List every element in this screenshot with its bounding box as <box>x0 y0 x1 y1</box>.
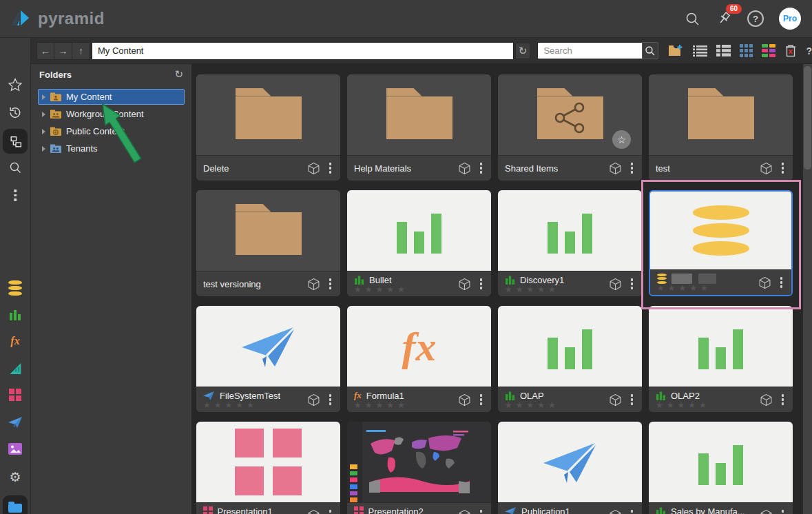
tile-menu-icon[interactable] <box>478 507 485 514</box>
tile-menu-icon[interactable] <box>478 391 485 408</box>
rail-more-icon[interactable] <box>14 189 17 201</box>
item-cube-icon[interactable] <box>458 509 471 514</box>
item-cube-icon[interactable] <box>458 162 471 175</box>
rating-stars[interactable]: ★★★★★ <box>203 402 300 409</box>
item-cube-icon[interactable] <box>458 393 471 407</box>
rating-stars[interactable]: ★★★★★ <box>354 286 451 294</box>
item-cube-icon[interactable] <box>307 278 320 291</box>
item-cube-icon[interactable] <box>307 393 320 407</box>
tile-menu-icon[interactable] <box>629 391 636 408</box>
tile-thumbnail <box>649 306 793 387</box>
breadcrumb-input[interactable] <box>92 42 514 60</box>
content-folder-rail-icon[interactable] <box>3 495 28 514</box>
formula-rail-icon[interactable]: fx <box>10 335 19 347</box>
folder-tile[interactable]: test <box>649 74 793 181</box>
expand-caret-icon[interactable] <box>42 112 45 117</box>
content-tile[interactable]: Presentation1★★★★★ <box>196 422 340 514</box>
illustration-rail-icon[interactable] <box>8 361 23 376</box>
tile-menu-icon[interactable] <box>778 274 785 291</box>
forward-button[interactable]: → <box>54 42 72 60</box>
expand-caret-icon[interactable] <box>42 146 45 152</box>
expand-caret-icon[interactable] <box>42 94 45 100</box>
tile-menu-icon[interactable] <box>327 276 334 292</box>
user-avatar[interactable]: Pro <box>779 8 801 30</box>
tree-item-my-content[interactable]: My Content <box>38 89 185 105</box>
list-view-button[interactable] <box>693 45 707 57</box>
content-tile[interactable]: Presentation2★★★★★ <box>347 422 491 514</box>
folder-tile[interactable]: Help Materials <box>347 74 491 181</box>
rating-stars[interactable]: ★★★★★ <box>354 402 451 409</box>
tree-item-tenants[interactable]: Tenants <box>38 141 185 156</box>
content-tile[interactable]: ★★★★★ <box>649 190 793 296</box>
folder-tile[interactable]: test versioning <box>196 190 340 296</box>
item-cube-icon[interactable] <box>609 509 622 514</box>
item-cube-icon[interactable] <box>458 278 471 291</box>
search-button[interactable] <box>642 42 658 59</box>
content-tile[interactable]: OLAP★★★★★ <box>498 306 642 412</box>
tree-item-public-content[interactable]: Public Content <box>38 123 185 139</box>
content-tile[interactable]: fxfxFormula1★★★★★ <box>347 306 491 412</box>
tile-menu-icon[interactable] <box>780 507 787 514</box>
folder-tile[interactable]: Delete <box>196 74 340 181</box>
tile-menu-icon[interactable] <box>478 160 485 176</box>
help-icon[interactable]: ? <box>747 10 764 27</box>
search-input[interactable] <box>537 42 642 59</box>
notifications-pin-icon[interactable]: 60 <box>716 10 732 27</box>
item-cube-icon[interactable] <box>760 162 773 175</box>
back-button[interactable]: ← <box>37 42 54 60</box>
refresh-button[interactable]: ↻ <box>515 43 531 59</box>
item-cube-icon[interactable] <box>760 393 773 407</box>
delete-button[interactable] <box>784 44 797 57</box>
image-rail-icon[interactable] <box>8 443 22 455</box>
item-cube-icon[interactable] <box>609 393 622 407</box>
item-cube-icon[interactable] <box>307 509 320 514</box>
tile-menu-icon[interactable] <box>327 160 334 176</box>
rating-stars[interactable]: ★★★★★ <box>505 402 602 409</box>
logo-text: pyramid <box>38 9 105 28</box>
publication-rail-icon[interactable] <box>8 415 23 429</box>
detail-list-view-button[interactable] <box>716 45 731 56</box>
content-tile[interactable]: FileSystemTest★★★★★ <box>196 306 340 412</box>
tile-menu-icon[interactable] <box>629 507 636 514</box>
rail-search-icon[interactable] <box>8 161 22 174</box>
history-icon[interactable] <box>8 105 23 120</box>
content-tile[interactable]: Bullet★★★★★ <box>347 190 491 296</box>
datasource-rail-icon[interactable] <box>8 280 22 296</box>
tile-menu-icon[interactable] <box>780 160 787 176</box>
new-folder-button[interactable] <box>668 44 684 57</box>
favorites-star-icon[interactable] <box>8 78 23 92</box>
admin-gear-icon[interactable]: ⚙ <box>9 469 21 484</box>
toolbar-help-button[interactable]: ? <box>806 45 812 56</box>
item-cube-icon[interactable] <box>609 162 622 175</box>
tile-menu-icon[interactable] <box>327 507 334 514</box>
content-tile[interactable]: Discovery1★★★★★ <box>498 190 642 296</box>
tile-menu-icon[interactable] <box>327 391 334 408</box>
up-button[interactable]: ↑ <box>72 42 90 60</box>
grid-view-button[interactable] <box>740 44 753 57</box>
item-cube-icon[interactable] <box>307 162 320 175</box>
item-cube-icon[interactable] <box>758 276 771 289</box>
vertical-scrollbar[interactable] <box>803 64 812 514</box>
folders-refresh-icon[interactable]: ↻ <box>174 68 183 81</box>
tile-menu-icon[interactable] <box>478 276 485 292</box>
tile-view-button[interactable] <box>762 44 775 57</box>
presentation-rail-icon[interactable] <box>9 389 21 401</box>
expand-caret-icon[interactable] <box>42 129 45 134</box>
item-cube-icon[interactable] <box>760 509 773 514</box>
scrollbar-thumb[interactable] <box>804 66 811 169</box>
rating-stars[interactable]: ★★★★★ <box>505 286 602 294</box>
folder-tile[interactable]: ☆Shared Items <box>498 74 642 181</box>
content-tree-icon[interactable] <box>3 129 28 154</box>
tile-menu-icon[interactable] <box>629 276 636 292</box>
tree-item-workgroup-content[interactable]: Workgroup Content <box>38 106 185 122</box>
rating-stars[interactable]: ★★★★★ <box>656 402 753 409</box>
content-tile[interactable]: Publication1★★★★★ <box>498 422 642 514</box>
tile-menu-icon[interactable] <box>629 160 636 176</box>
global-search-icon[interactable] <box>685 11 700 27</box>
discovery-rail-icon[interactable] <box>8 308 22 322</box>
tile-menu-icon[interactable] <box>780 391 787 408</box>
content-tile[interactable]: OLAP2★★★★★ <box>649 306 793 412</box>
rating-stars[interactable]: ★★★★★ <box>657 285 751 292</box>
item-cube-icon[interactable] <box>609 278 622 291</box>
content-tile[interactable]: Sales by Manufa...★★★★★ <box>649 422 793 514</box>
